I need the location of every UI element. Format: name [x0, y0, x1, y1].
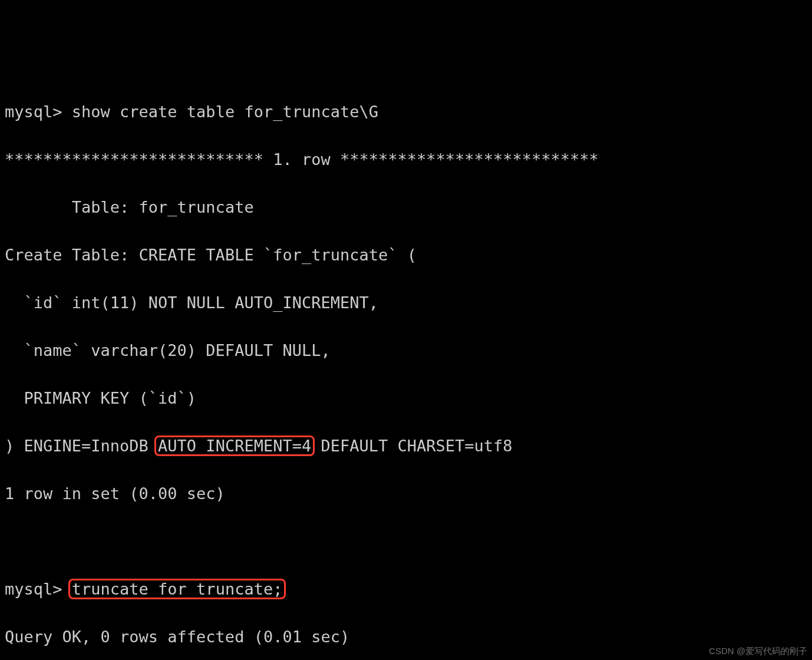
create-table-head: Create Table: CREATE TABLE `for_truncate… — [5, 243, 807, 268]
cmd-truncate: mysql> truncate for_truncate; — [5, 578, 807, 602]
rows-in-set: 1 row in set (0.00 sec) — [5, 482, 807, 506]
mysql-prompt: mysql> — [5, 580, 72, 598]
blank-line — [5, 530, 807, 554]
row-separator: *************************** 1. row *****… — [5, 148, 807, 172]
column-name: `name` varchar(20) DEFAULT NULL, — [5, 339, 807, 363]
column-id: `id` int(11) NOT NULL AUTO_INCREMENT, — [5, 291, 807, 315]
truncate-result: Query OK, 0 rows affected (0.01 sec) — [5, 625, 807, 649]
engine-line: ) ENGINE=InnoDB AUTO_INCREMENT=4 DEFAULT… — [5, 434, 807, 458]
command-text: truncate for_truncate; — [72, 580, 283, 598]
mysql-prompt: mysql> — [5, 103, 72, 121]
table-name-line: Table: for_truncate — [5, 196, 807, 220]
watermark: CSDN @爱写代码的刚子 — [709, 645, 807, 658]
cmd-show-create: mysql> show create table for_truncate\G — [5, 100, 807, 124]
command-text: show create table for_truncate\G — [72, 103, 378, 121]
primary-key: PRIMARY KEY (`id`) — [5, 387, 807, 411]
auto-increment-value: AUTO_INCREMENT=4 — [158, 437, 311, 455]
